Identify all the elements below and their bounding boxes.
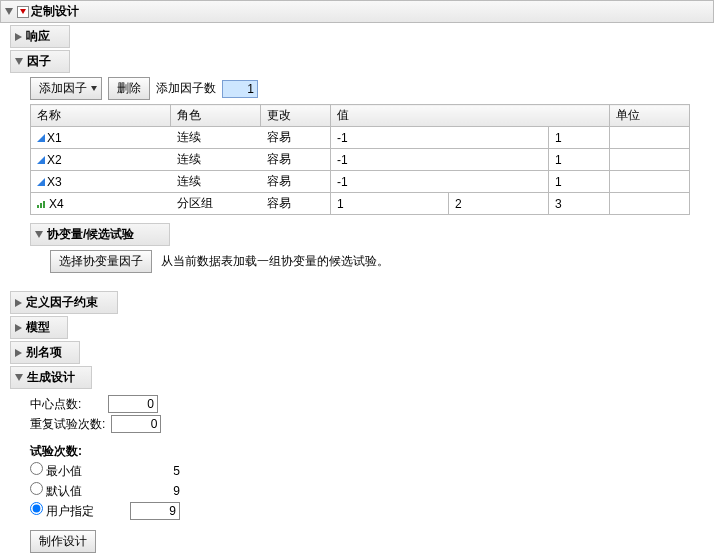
- col-name[interactable]: 名称: [31, 105, 171, 127]
- table-row[interactable]: X4 分区组 容易 1 2 3: [31, 193, 690, 215]
- add-count-label: 添加因子数: [156, 80, 216, 97]
- section-response[interactable]: 响应: [10, 25, 70, 48]
- continuous-icon: [37, 156, 45, 164]
- table-row[interactable]: X2 连续 容易 -1 1: [31, 149, 690, 171]
- add-factor-button[interactable]: 添加因子: [30, 77, 102, 100]
- chevron-right-icon: [15, 324, 22, 332]
- col-change[interactable]: 更改: [261, 105, 331, 127]
- center-points-label: 中心点数:: [30, 396, 102, 413]
- table-row[interactable]: X3 连续 容易 -1 1: [31, 171, 690, 193]
- default-value: 9: [120, 484, 180, 498]
- radio-default-input[interactable]: [30, 482, 43, 495]
- radio-min-input[interactable]: [30, 462, 43, 475]
- alias-title: 别名项: [26, 344, 62, 361]
- covariate-help: 从当前数据表加载一组协变量的候选试验。: [161, 254, 389, 268]
- remove-factor-button[interactable]: 删除: [108, 77, 150, 100]
- main-title: 定制设计: [31, 3, 79, 20]
- user-runs-input[interactable]: [130, 502, 180, 520]
- chevron-down-icon: [5, 8, 13, 15]
- section-covariate[interactable]: 协变量/候选试验: [30, 223, 170, 246]
- radio-default[interactable]: 默认值: [30, 482, 120, 500]
- factor-table: 名称 角色 更改 值 单位 X1 连续 容易 -1 1 X2: [30, 104, 690, 215]
- col-role[interactable]: 角色: [171, 105, 261, 127]
- runs-label: 试验次数:: [30, 444, 82, 458]
- chevron-down-icon: [91, 86, 97, 91]
- chevron-right-icon: [15, 33, 22, 41]
- section-factor[interactable]: 因子: [10, 50, 70, 73]
- continuous-icon: [37, 178, 45, 186]
- continuous-icon: [37, 134, 45, 142]
- make-design-button[interactable]: 制作设计: [30, 530, 96, 553]
- chevron-down-icon: [15, 58, 23, 65]
- chevron-right-icon: [15, 299, 22, 307]
- main-header[interactable]: 定制设计: [0, 0, 714, 23]
- response-title: 响应: [26, 28, 50, 45]
- table-row[interactable]: X1 连续 容易 -1 1: [31, 127, 690, 149]
- add-count-input[interactable]: [222, 80, 258, 98]
- constraint-title: 定义因子约束: [26, 294, 98, 311]
- chevron-down-icon: [15, 374, 23, 381]
- covariate-title: 协变量/候选试验: [47, 226, 134, 243]
- min-value: 5: [120, 464, 180, 478]
- col-unit[interactable]: 单位: [610, 105, 690, 127]
- chevron-right-icon: [15, 349, 22, 357]
- radio-user-input[interactable]: [30, 502, 43, 515]
- chevron-down-icon: [35, 231, 43, 238]
- factor-title: 因子: [27, 53, 51, 70]
- red-menu-icon[interactable]: [17, 6, 29, 18]
- radio-min[interactable]: 最小值: [30, 462, 120, 480]
- center-points-input[interactable]: [108, 395, 158, 413]
- replicates-input[interactable]: [111, 415, 161, 433]
- section-generate[interactable]: 生成设计: [10, 366, 92, 389]
- categorical-icon: [37, 200, 47, 208]
- select-covariate-button[interactable]: 选择协变量因子: [50, 250, 152, 273]
- factor-toolbar: 添加因子 删除 添加因子数: [30, 77, 704, 100]
- section-alias[interactable]: 别名项: [10, 341, 80, 364]
- radio-user[interactable]: 用户指定: [30, 502, 120, 520]
- generate-title: 生成设计: [27, 369, 75, 386]
- section-model[interactable]: 模型: [10, 316, 68, 339]
- model-title: 模型: [26, 319, 50, 336]
- replicates-label: 重复试验次数:: [30, 416, 105, 433]
- section-constraint[interactable]: 定义因子约束: [10, 291, 118, 314]
- col-value[interactable]: 值: [331, 105, 610, 127]
